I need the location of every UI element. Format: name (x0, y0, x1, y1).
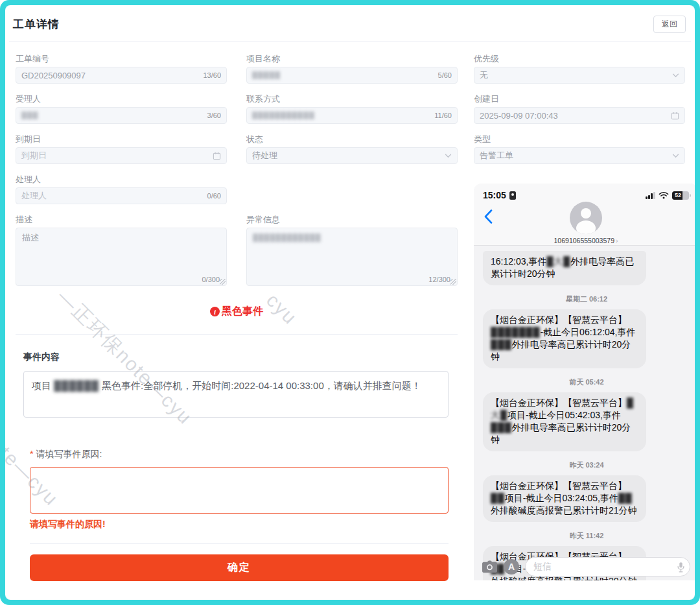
priority-select[interactable]: 无 (474, 67, 685, 84)
field-label: 状态 (246, 135, 458, 144)
field-type: 类型 告警工单 (474, 135, 685, 164)
field-label: 联系方式 (246, 95, 458, 104)
sms-bubble: 【烟台金正环保】【智慧云平台】██项目-截止今日03:24:05,事件██外排酸… (483, 475, 646, 522)
battery-level: 52 (675, 192, 681, 198)
info-circle-icon: i (210, 307, 220, 316)
message-text: 项目 (32, 380, 54, 391)
message-text: 外排酸碱度高报警已累计计时21分钟 (491, 505, 637, 516)
page-title: 工单详情 (13, 17, 60, 32)
event-content-label: 事件内容 (23, 351, 458, 363)
due-date-picker[interactable]: 到期日 (16, 147, 227, 164)
work-order-card: —正环保note—cyu cyu note—cyu 工单详情 返回 工单编号 G… (5, 5, 695, 600)
event-divider (16, 334, 458, 335)
field-due-date: 到期日 到期日 (16, 135, 227, 164)
message-timestamp: 昨天 11:42 (483, 531, 690, 541)
battery-icon: 52 (672, 191, 689, 200)
status-indicator-icon (509, 191, 516, 200)
reason-textarea[interactable] (30, 467, 449, 514)
order-no-input[interactable]: GD20250909097 13/60 (16, 67, 227, 84)
page-frame: —正环保note—cyu cyu note—cyu 工单详情 返回 工单编号 G… (0, 0, 700, 605)
char-counter: 0/60 (207, 192, 221, 200)
sms-placeholder: 短信 (533, 561, 552, 573)
input-value-redacted: █████ (252, 71, 434, 79)
handler-input[interactable]: ███ 3/60 (16, 107, 227, 124)
select-value: 告警工单 (480, 150, 672, 161)
redacted-text: ██████ (54, 380, 99, 391)
char-counter: 12/300 (428, 276, 450, 283)
contact-avatar (570, 202, 602, 234)
char-counter: 5/60 (438, 71, 452, 79)
field-project-name: 项目名称 █████ 5/60 (246, 54, 458, 84)
message-text: 项目-截止今日05:42:03,事件 (508, 410, 621, 420)
contact-input[interactable]: ███████████ 11/60 (246, 107, 458, 124)
message-text: 黑色事件:全部停机，开始时间:2022-04-14 00:33:00，请确认并排… (99, 380, 421, 391)
field-label: 工单编号 (16, 54, 227, 64)
message-timestamp: 昨天 03:24 (483, 460, 690, 470)
event-header-label: 黑色事件 (222, 305, 263, 318)
calendar-icon (671, 112, 679, 120)
message-timestamp: 星期二 06:12 (483, 294, 690, 304)
phone-status-bar: 15:05 52 (483, 190, 689, 200)
page-header: 工单详情 返回 (5, 5, 695, 33)
sms-bubble: 【烟台金正环保】【智慧云平台】█大█项目-截止今日05:42:03,事件███外… (483, 392, 646, 451)
char-counter: 3/60 (207, 112, 221, 119)
input-value: GD20250909097 (21, 71, 199, 80)
redacted-text: ███████ (491, 327, 540, 337)
sms-screenshot-panel: 15:05 52 (474, 184, 695, 580)
sms-bubble: 【烟台金正环保】【智慧云平台】███████-截止今日06:12:04,事件██… (483, 309, 646, 368)
footer-divider (30, 543, 449, 544)
sms-text-field: 短信 (525, 557, 690, 576)
field-label: 到期日 (16, 135, 227, 144)
chevron-right-icon: › (616, 237, 618, 244)
form-left-column: 工单编号 GD20250909097 13/60 项目名称 █████ 5/60… (16, 54, 458, 581)
exception-info-textarea[interactable]: ████████████ 12/300 (246, 228, 458, 286)
message-text: 【烟台金正环保】【智慧云平台】 (491, 480, 627, 491)
message-text: 项目-截止今日03:24:05,事件 (505, 493, 618, 503)
created-at-picker[interactable]: 2025-09-09 07:00:43 (474, 107, 685, 124)
input-value-redacted: ███ (21, 112, 204, 119)
reason-label: 请填写事件原因: (36, 449, 102, 459)
sms-input-bar: A 短信 (474, 556, 695, 580)
reason-error-message: 请填写事件的原因! (30, 519, 458, 530)
select-value: 无 (480, 69, 672, 81)
redacted-text: ███ (491, 339, 512, 350)
type-select[interactable]: 告警工单 (474, 147, 685, 164)
confirm-button[interactable]: 确定 (30, 554, 449, 581)
sms-message-list: 16:12:03,事件█大█外排电导率高已累计计时20分钟星期二 06:12【烟… (474, 246, 695, 580)
field-contact: 联系方式 ███████████ 11/60 (246, 95, 458, 124)
event-content-box: 项目 ██████ 黑色事件:全部停机，开始时间:2022-04-14 00:3… (23, 371, 449, 418)
status-select[interactable]: 待处理 (246, 147, 458, 164)
processor-input[interactable]: 处理人 0/60 (16, 187, 227, 204)
field-label: 项目名称 (246, 54, 458, 64)
message-text: 【烟台金正环保】【智慧云平台】 (491, 397, 627, 408)
input-placeholder: 到期日 (21, 150, 213, 161)
input-value-redacted: ███████████ (252, 112, 430, 119)
char-counter: 11/60 (434, 112, 452, 119)
message-timestamp: 前天 05:42 (483, 377, 690, 387)
microphone-icon (677, 562, 684, 573)
phone-header: 15:05 52 (474, 184, 695, 246)
calendar-icon (213, 152, 221, 160)
char-counter: 13/60 (203, 71, 221, 79)
redacted-text: ███ (491, 422, 512, 433)
field-created-at: 创建日 2025-09-09 07:00:43 (474, 95, 685, 124)
field-description: 描述 描述 0/300 (16, 215, 227, 286)
required-asterisk: * (30, 449, 33, 459)
field-label: 描述 (16, 215, 227, 224)
status-time: 15:05 (483, 190, 506, 200)
select-value: 待处理 (252, 150, 445, 161)
field-label: 处理人 (16, 175, 227, 184)
back-button[interactable]: 返回 (653, 16, 686, 33)
input-placeholder: 处理人 (21, 190, 204, 202)
content-area: 工单编号 GD20250909097 13/60 项目名称 █████ 5/60… (5, 42, 695, 581)
message-text: 【烟台金正环保】【智慧云平台】 (491, 314, 627, 325)
field-label: 类型 (474, 135, 685, 144)
form-right-column: 优先级 无 创建日 2025-09-09 07:00:43 类型 告警工单 (474, 54, 695, 581)
camera-icon (482, 560, 498, 573)
reason-label-row: *请填写事件原因: (30, 449, 458, 460)
event-header: i 黑色事件 (16, 305, 458, 318)
field-label: 创建日 (474, 95, 685, 104)
sms-bubble: 16:12:03,事件█大█外排电导率高已累计计时20分钟 (483, 251, 646, 285)
project-name-input[interactable]: █████ 5/60 (246, 67, 458, 84)
description-textarea[interactable]: 描述 0/300 (16, 228, 227, 286)
